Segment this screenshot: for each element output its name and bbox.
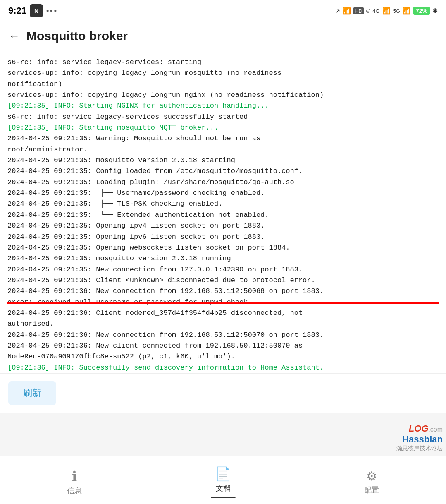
- log-line: 2024-04-25 09:21:35: ├── TLS-PSK checkin…: [7, 199, 439, 209]
- bottom-navigation: ℹ 信息 📄 文档 ⚙ 配置: [0, 456, 446, 504]
- watermark-sub: 瀚思彼岸技术论坛: [396, 445, 443, 452]
- nav-label-info: 信息: [67, 486, 82, 496]
- config-icon: ⚙: [366, 469, 377, 483]
- red-strikethrough: [7, 302, 439, 304]
- status-left: 9:21 N •••: [8, 4, 58, 17]
- signal-4g: 4G: [372, 8, 379, 14]
- log-line: 2024-04-25 09:21:36: New connection from…: [7, 330, 439, 341]
- signal-bars2: 📶: [403, 7, 411, 15]
- log-line: 2024-04-25 09:21:35: mosquitto version 2…: [7, 253, 439, 264]
- nav-item-config[interactable]: ⚙ 配置: [297, 456, 446, 504]
- log-line: 2024-04-25 09:21:35: Config loaded from …: [7, 166, 439, 177]
- doc-icon: 📄: [215, 466, 231, 482]
- page-title: Mosquitto broker: [26, 29, 128, 43]
- watermark-hassbian: Hassbian: [396, 434, 443, 445]
- data-icon: ©: [366, 8, 370, 14]
- nav-label-doc: 文档: [216, 483, 231, 493]
- log-line: 2024-04-25 09:21:35: Warning: Mosquitto …: [7, 133, 439, 155]
- signal-bars: 📶: [382, 7, 391, 15]
- back-button[interactable]: ←: [8, 29, 20, 43]
- log-line: 2024-04-25 09:21:35: ├── Username/passwo…: [7, 188, 439, 199]
- refresh-button[interactable]: 刷新: [8, 381, 56, 405]
- log-line: 2024-04-25 09:21:35: Loading plugin: /us…: [7, 177, 439, 188]
- battery-indicator: 72%: [413, 7, 430, 15]
- log-line: 2024-04-25 09:21:36: New client connecte…: [7, 341, 439, 362]
- log-line: s6-rc: info: service legacy-services suc…: [7, 112, 439, 122]
- log-line: 2024-04-25 09:21:35: New connection from…: [7, 264, 439, 275]
- log-line: 2024-04-25 09:21:36: New connection from…: [7, 286, 439, 297]
- log-line: 2024-04-25 09:21:35: Opening ipv6 listen…: [7, 232, 439, 242]
- log-line: 2024-04-25 09:21:35: Opening ipv4 listen…: [7, 221, 439, 231]
- log-line: 2024-04-25 09:21:35: └── Extended authen…: [7, 210, 439, 221]
- app-header: ← Mosquitto broker: [0, 22, 446, 50]
- log-line: services-up: info: copying legacy longru…: [7, 90, 439, 101]
- nav-label-config: 配置: [364, 485, 379, 495]
- notification-icon: N: [30, 4, 43, 17]
- log-line: services-up: info: copying legacy longru…: [7, 68, 439, 90]
- log-line: 2024-04-25 09:21:35: Client <unknown> di…: [7, 275, 439, 286]
- signal-5g: 5G: [393, 8, 400, 14]
- battery-percent: 72: [416, 7, 422, 14]
- time-label: 9:21: [8, 5, 26, 16]
- log-line: 2024-04-25 09:21:35: Opening websockets …: [7, 242, 439, 253]
- info-icon: ℹ: [72, 468, 77, 484]
- nav-item-info[interactable]: ℹ 信息: [0, 456, 149, 504]
- wifi-icon: 📶: [343, 7, 351, 15]
- log-line: s6-rc: info: service legacy-services: st…: [7, 57, 439, 68]
- watermark-log: LOG: [409, 423, 429, 434]
- log-line: [09:21:35] INFO: Starting mosquitto MQTT…: [7, 122, 439, 133]
- watermark: LOG.com Hassbian 瀚思彼岸技术论坛: [396, 423, 446, 452]
- log-line: 2024-04-25 09:21:36: Client nodered_357d…: [7, 308, 439, 330]
- nav-item-doc[interactable]: 📄 文档: [149, 456, 298, 504]
- watermark-com: .com: [428, 426, 443, 433]
- log-line: [09:21:36] INFO: Successfully send disco…: [7, 362, 439, 373]
- log-line: error: received null username or passwor…: [7, 297, 439, 308]
- bluetooth-icon: ✱: [432, 7, 438, 15]
- status-right: ↗ 📶 HD © 4G 📶 5G 📶 72% ✱: [335, 7, 438, 15]
- menu-dots: •••: [46, 7, 58, 15]
- arrow-icon: ↗: [335, 7, 340, 15]
- log-line: [09:21:35] INFO: Starting NGINX for auth…: [7, 101, 439, 111]
- log-content-area: s6-rc: info: service legacy-services: st…: [0, 50, 446, 373]
- log-line: 2024-04-25 09:21:35: mosquitto version 2…: [7, 155, 439, 166]
- status-bar: 9:21 N ••• ↗ 📶 HD © 4G 📶 5G 📶 72% ✱: [0, 0, 446, 22]
- hd-icon: HD: [353, 7, 364, 14]
- refresh-section: 刷新: [0, 373, 446, 413]
- active-indicator: [211, 497, 236, 498]
